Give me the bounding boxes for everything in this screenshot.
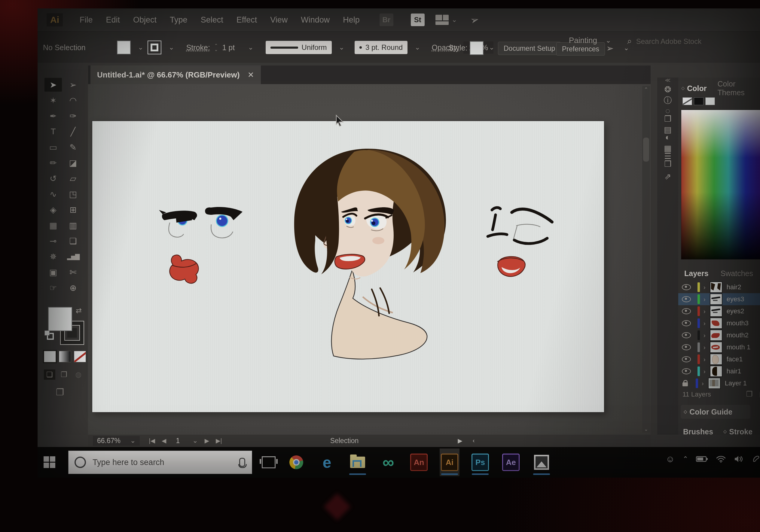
- visibility-eye-icon[interactable]: [682, 344, 691, 350]
- stock-search[interactable]: ⌕ Search Adobe Stock: [627, 36, 701, 46]
- gpu-performance-icon[interactable]: ➢: [469, 13, 481, 27]
- color-guide-panel-icon[interactable]: ❂: [657, 85, 678, 94]
- layer-row-eyes3[interactable]: › eyes3: [678, 293, 760, 305]
- workspace-switcher[interactable]: Painting⌄: [569, 36, 611, 45]
- prev-artboard-icon[interactable]: ◀: [162, 437, 166, 444]
- fill-swatch[interactable]: [117, 41, 131, 54]
- swap-fill-stroke-icon[interactable]: ⇄: [76, 306, 82, 315]
- draw-normal-mode[interactable]: ❏: [44, 370, 55, 380]
- zoom-tool[interactable]: ⊕: [64, 281, 82, 295]
- pathfinder2-panel-icon[interactable]: ❒: [657, 159, 678, 169]
- document-setup-button[interactable]: Document Setup: [498, 42, 561, 55]
- canvas-pasteboard[interactable]: [88, 84, 651, 435]
- layer-thumbnail[interactable]: [710, 354, 723, 365]
- chevron-down-icon[interactable]: ⌄: [248, 44, 253, 51]
- chevron-right-icon[interactable]: ›: [703, 368, 706, 375]
- eyedropper-tool[interactable]: ⊸: [44, 234, 62, 248]
- microphone-icon[interactable]: [239, 458, 245, 467]
- free-transform-tool[interactable]: ◳: [64, 187, 82, 201]
- rotate-tool[interactable]: ↺: [44, 171, 62, 185]
- layer-row-hair2[interactable]: › hair2: [678, 281, 760, 293]
- visibility-eye-icon[interactable]: [682, 296, 691, 302]
- taskbar-search[interactable]: Type here to search: [68, 451, 252, 474]
- menu-file[interactable]: File: [80, 15, 93, 24]
- info-panel-icon[interactable]: ⓘ: [657, 95, 678, 106]
- taskbar-photoshop[interactable]: Ps: [470, 449, 490, 476]
- taskbar-chrome[interactable]: [286, 449, 306, 476]
- gradient-tool[interactable]: ▥: [64, 218, 82, 232]
- menu-select[interactable]: Select: [201, 15, 223, 24]
- tab-color-themes[interactable]: Color Themes: [717, 80, 760, 97]
- wifi-icon[interactable]: [716, 455, 726, 463]
- none-button[interactable]: [74, 351, 86, 362]
- zoom-level-select[interactable]: 66.67%⌄: [93, 436, 140, 446]
- taskbar-illustrator[interactable]: Ai: [440, 449, 459, 476]
- layer-name[interactable]: hair1: [727, 367, 741, 375]
- chevron-right-icon[interactable]: ›: [703, 356, 706, 363]
- shaper-tool[interactable]: ✏: [44, 156, 62, 170]
- taskbar-animate[interactable]: An: [409, 449, 429, 476]
- expand-panels-icon[interactable]: ≪: [657, 77, 678, 83]
- menu-view[interactable]: View: [270, 15, 288, 24]
- hand-tool[interactable]: ☞: [44, 281, 62, 295]
- people-icon[interactable]: ☺: [666, 454, 675, 464]
- stroke-weight-stepper[interactable]: ⌃⌄: [214, 44, 218, 51]
- layer-thumbnail[interactable]: [710, 282, 723, 293]
- document-tab[interactable]: Untitled-1.ai* @ 66.67% (RGB/Preview) ✕: [90, 66, 261, 84]
- layer-name[interactable]: mouth 1: [727, 343, 751, 351]
- style-swatch[interactable]: [470, 41, 484, 55]
- chevron-right-icon[interactable]: ›: [703, 332, 706, 339]
- chevron-down-icon[interactable]: ⌄: [415, 44, 420, 51]
- first-artboard-icon[interactable]: |◀: [149, 437, 155, 444]
- layer-row-layer1[interactable]: › Layer 1: [678, 377, 760, 389]
- white-swatch[interactable]: [705, 97, 715, 105]
- brushes-tab[interactable]: Brushes: [683, 427, 713, 436]
- layer-row-mouth2[interactable]: › mouth2: [678, 329, 760, 341]
- taskbar-edge[interactable]: e: [317, 449, 337, 476]
- chevron-down-icon[interactable]: ⌄: [489, 44, 494, 51]
- brush-definition-select[interactable]: 3 pt. Round: [355, 41, 407, 54]
- taskbar-file-explorer[interactable]: [348, 449, 367, 476]
- swatches-panel-icon[interactable]: ❐: [657, 114, 678, 124]
- layer-thumbnail[interactable]: [710, 293, 723, 305]
- taskbar-after-effects[interactable]: Ae: [501, 449, 521, 476]
- slice-tool[interactable]: ✄: [64, 265, 82, 279]
- taskbar-infinity-app[interactable]: ∞: [378, 449, 398, 476]
- chevron-right-icon[interactable]: ›: [703, 320, 706, 327]
- chevron-right-icon[interactable]: ›: [703, 344, 706, 351]
- bridge-button[interactable]: Br: [380, 14, 393, 26]
- layer-thumbnail[interactable]: [708, 377, 721, 389]
- layer-row-eyes2[interactable]: › eyes2: [678, 305, 760, 317]
- scroll-down-icon[interactable]: ⌄: [642, 426, 650, 432]
- visibility-eye-icon[interactable]: [682, 356, 691, 362]
- direct-selection-tool[interactable]: ➢: [64, 78, 82, 92]
- layer-row-hair1[interactable]: › hair1: [678, 365, 760, 377]
- scale-tool[interactable]: ▱: [64, 171, 82, 185]
- none-swatch[interactable]: [683, 97, 692, 105]
- layer-row-mouth3[interactable]: › mouth3: [678, 317, 760, 329]
- visibility-eye-icon[interactable]: [682, 332, 691, 338]
- next-artboard-icon[interactable]: ▶: [205, 437, 209, 444]
- layer-row-mouth1[interactable]: › mouth 1: [678, 341, 760, 353]
- chevron-right-icon[interactable]: ›: [703, 308, 706, 315]
- fill-color-control[interactable]: [48, 307, 72, 331]
- layer-name[interactable]: hair2: [727, 283, 741, 291]
- visibility-eye-icon[interactable]: [682, 368, 691, 374]
- symbol-sprayer-tool[interactable]: ✵: [44, 250, 62, 263]
- vertical-scrollbar[interactable]: ⌃ ⌄: [642, 86, 650, 432]
- chevron-right-icon[interactable]: ›: [702, 380, 704, 387]
- layer-name[interactable]: Layer 1: [725, 379, 747, 387]
- scroll-up-icon[interactable]: ⌃: [642, 86, 650, 92]
- layer-thumbnail[interactable]: [710, 366, 723, 377]
- layer-name[interactable]: eyes2: [727, 307, 744, 315]
- layer-name[interactable]: eyes3: [727, 295, 744, 303]
- gradient-button[interactable]: [59, 351, 71, 362]
- draw-inside-mode[interactable]: ◍: [73, 370, 84, 380]
- menu-edit[interactable]: Edit: [106, 15, 120, 24]
- curvature-tool[interactable]: ✑: [64, 109, 82, 123]
- stroke-swatch[interactable]: [148, 41, 162, 54]
- default-fill-stroke-icon[interactable]: [44, 331, 52, 338]
- selection-tool[interactable]: ➤: [44, 78, 62, 92]
- magic-wand-tool[interactable]: ✶: [44, 93, 62, 107]
- stroke-weight-value[interactable]: 1 pt: [222, 43, 235, 52]
